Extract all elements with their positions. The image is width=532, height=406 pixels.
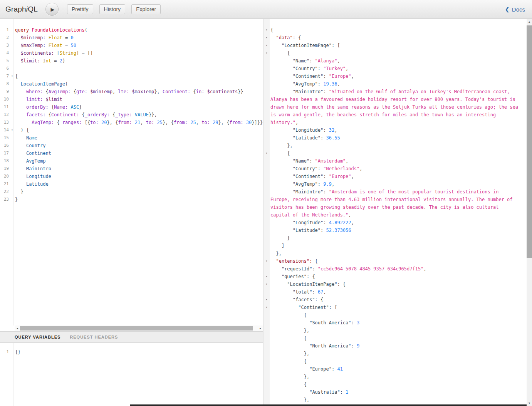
result-line: },: [263, 373, 527, 381]
result-line: }: [263, 234, 527, 242]
line-number: 11: [0, 103, 10, 111]
fold-icon[interactable]: ▾: [263, 42, 270, 49]
result-line: "Longitude": 32,: [263, 126, 527, 134]
fold-icon[interactable]: ▾: [263, 296, 270, 304]
code-text: ) {: [15, 126, 29, 134]
code-text: "Name": "Alanya",: [270, 57, 340, 65]
result-line: history.",: [263, 119, 527, 126]
code-text: "Continent": "Europe",: [270, 173, 354, 180]
code-text: AvgTemp: [15, 157, 45, 165]
tab-query-variables[interactable]: QUERY VARIABLES: [15, 335, 60, 339]
scroll-down-icon[interactable]: ▾: [527, 401, 532, 406]
code-text: orderBy: {Name: ASC}: [15, 103, 82, 111]
fold-icon[interactable]: ▾: [263, 280, 270, 288]
result-line: "AvgTemp": 19.36,: [263, 80, 527, 88]
query-line: 16 Country: [0, 142, 263, 149]
code-text: "MainIntro": "Amsterdam is one of the mo…: [270, 188, 498, 196]
code-text: LocationItemPage(: [15, 80, 68, 88]
code-text: visitors has been growing steadily over …: [270, 203, 498, 211]
fold-icon[interactable]: ▾: [263, 257, 270, 265]
history-button[interactable]: History: [99, 4, 126, 14]
query-h-scrollbar[interactable]: ◂ ▸: [15, 325, 263, 331]
query-line: 22 }: [0, 188, 263, 196]
result-line: drawn here for much the same reasons as …: [263, 103, 527, 111]
code-text: {: [270, 49, 290, 57]
result-line: "Name": "Amsterdam",: [263, 157, 527, 165]
variables-editor[interactable]: 1{}: [0, 343, 263, 406]
v-scroll-thumb[interactable]: [527, 25, 532, 258]
result-line: ▾ "Continent": [: [263, 304, 527, 311]
line-number: 13: [0, 119, 10, 126]
line-number: 15: [0, 134, 10, 142]
result-line: ▾ "facets": {: [263, 296, 527, 304]
result-line: "North America": 9: [263, 342, 527, 350]
result-v-scrollbar[interactable]: ▴ ▾: [527, 19, 532, 406]
fold-spacer: [263, 72, 270, 80]
code-text: "total": 67,: [270, 288, 326, 296]
execute-button[interactable]: ▶: [45, 3, 59, 16]
code-text: {: [270, 334, 307, 342]
code-text: "Continent": "Europe",: [270, 72, 354, 80]
docs-toggle[interactable]: ❮ Docs: [505, 6, 525, 13]
code-text: ]: [270, 242, 284, 250]
fold-spacer: [263, 388, 270, 396]
code-text: "queries": {: [270, 273, 315, 280]
prettify-button[interactable]: Prettify: [67, 4, 93, 14]
line-number: 12: [0, 111, 10, 119]
scroll-up-icon[interactable]: ▴: [527, 19, 532, 25]
fold-icon[interactable]: ▾: [263, 49, 270, 57]
code-text: "Europe": 41: [270, 365, 343, 373]
line-number: 6: [0, 65, 10, 72]
fold-spacer: [263, 65, 270, 72]
fold-spacer: [263, 126, 270, 134]
fold-spacer: [263, 319, 270, 327]
topbar-divider: [501, 0, 501, 19]
query-line: 15 Name: [0, 134, 263, 142]
line-number: 19: [0, 165, 10, 173]
query-line: 18 AvgTemp: [0, 157, 263, 165]
query-line: 1query FoundationLocations(: [0, 26, 263, 34]
result-line: "AvgTemp": 9.9,: [263, 180, 527, 188]
line-number: 8: [0, 80, 10, 88]
code-text: "MainIntro": "Situated on the Gulf of An…: [270, 88, 510, 96]
query-line: 12 facets: {Continent: {_orderBy: {_type…: [0, 111, 263, 119]
fold-spacer: [263, 288, 270, 296]
query-line: 11 orderBy: {Name: ASC}: [0, 103, 263, 111]
tab-request-headers[interactable]: REQUEST HEADERS: [70, 335, 118, 339]
code-text: {: [15, 72, 18, 80]
explorer-button[interactable]: Explorer: [131, 4, 161, 14]
scroll-right-icon[interactable]: ▸: [258, 325, 263, 331]
result-line: "MainIntro": "Situated on the Gulf of An…: [263, 88, 527, 96]
query-line: 6: [0, 65, 263, 72]
fold-icon[interactable]: ▾: [263, 304, 270, 311]
h-scroll-thumb[interactable]: [20, 326, 253, 331]
fold-icon[interactable]: ▾: [263, 26, 270, 34]
result-line: ▾ "LocationItemPage": {: [263, 280, 527, 288]
code-text: },: [270, 373, 309, 381]
result-line: "Continent": "Europe",: [263, 72, 527, 80]
result-viewer: ▾{▾ "data": {▾ "LocationItemPage": [▾ { …: [263, 19, 527, 406]
result-line: "MainIntro": "Amsterdam is one of the mo…: [263, 188, 527, 196]
variables-line: 1{}: [0, 348, 263, 356]
fold-spacer: [263, 373, 270, 381]
result-line: ▾ "extensions": {: [263, 257, 527, 265]
result-line: capital of the Netherlands.",: [263, 211, 527, 219]
fold-spacer: [263, 250, 270, 257]
line-number: 4: [0, 49, 10, 57]
fold-icon[interactable]: ▾: [263, 149, 270, 157]
scroll-left-icon[interactable]: ◂: [15, 325, 20, 331]
fold-icon[interactable]: ▾: [263, 34, 270, 42]
code-text: "AvgTemp": 19.36,: [270, 80, 340, 88]
code-text: {: [270, 149, 290, 157]
code-text: "LocationItemPage": {: [270, 280, 346, 288]
code-text: Name: [15, 134, 37, 142]
query-editor[interactable]: 1query FoundationLocations(2 $minTemp: F…: [0, 19, 263, 325]
query-line: 21 Latitude: [0, 180, 263, 188]
fold-spacer: [263, 196, 270, 203]
result-line: ▾{: [263, 26, 527, 34]
line-number: 14: [0, 126, 10, 134]
result-line: },: [263, 250, 527, 257]
fold-icon[interactable]: ▾: [263, 273, 270, 280]
result-line: },: [263, 350, 527, 357]
code-text: },: [270, 350, 309, 357]
